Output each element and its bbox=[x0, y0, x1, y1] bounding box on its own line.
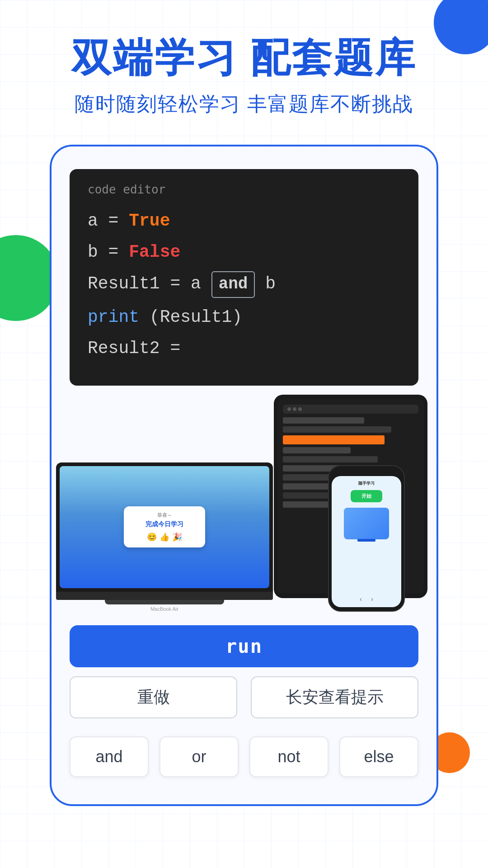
laptop-screen-content: 恭喜～ 完成今日学习 😊 👍 🎉 bbox=[60, 466, 269, 588]
and-badge: and bbox=[211, 271, 255, 297]
chip-else[interactable]: else bbox=[339, 736, 418, 777]
value-true: True bbox=[129, 211, 170, 231]
tablet-top-bar bbox=[283, 405, 418, 414]
code-editor: code editor a = True b = False Result1 =… bbox=[70, 169, 418, 386]
tab-line-4 bbox=[283, 456, 378, 462]
devices-area: 恭喜～ 完成今日学习 😊 👍 🎉 Ma bbox=[70, 395, 418, 612]
emoji-2: 👍 bbox=[160, 532, 169, 542]
laptop-base bbox=[56, 592, 273, 600]
main-card: code editor a = True b = False Result1 =… bbox=[50, 145, 438, 806]
var-b: b = bbox=[88, 242, 129, 262]
value-false: False bbox=[129, 242, 180, 262]
tab-line-1 bbox=[283, 417, 364, 424]
tab-dot-3 bbox=[298, 407, 302, 411]
phone-nav-left: ‹ bbox=[360, 595, 362, 603]
emoji-3: 🎉 bbox=[172, 532, 182, 542]
phone-title-bar: 随手学习 bbox=[358, 481, 375, 486]
phone-mockup: 随手学习 开始 ‹ › bbox=[328, 465, 405, 612]
result1-assign: Result1 = a bbox=[88, 274, 211, 293]
var-a: a = bbox=[88, 211, 129, 231]
code-line-1: a = True bbox=[88, 209, 400, 233]
emoji-1: 😊 bbox=[147, 532, 157, 542]
phone-nav-right: › bbox=[371, 595, 373, 603]
code-line-3: Result1 = a and b bbox=[88, 271, 400, 297]
laptop-success-card: 恭喜～ 完成今日学习 😊 👍 🎉 bbox=[124, 506, 205, 547]
phone-device-illustration bbox=[344, 508, 389, 539]
chip-not[interactable]: not bbox=[249, 736, 328, 777]
chip-or[interactable]: or bbox=[160, 736, 239, 777]
laptop-screen-outer: 恭喜～ 完成今日学习 😊 👍 🎉 bbox=[56, 462, 273, 592]
print-func: print bbox=[88, 307, 139, 327]
tab-dot-1 bbox=[287, 407, 291, 411]
tab-line-2 bbox=[283, 426, 391, 433]
main-title: 双端学习 配套题库 bbox=[27, 36, 461, 80]
print-args: (Result1) bbox=[150, 307, 242, 327]
laptop-stand bbox=[105, 600, 224, 604]
phone-screen: 随手学习 开始 ‹ › bbox=[332, 476, 401, 607]
laptop-emoji-row: 😊 👍 🎉 bbox=[131, 532, 198, 542]
tab-dot-2 bbox=[293, 407, 296, 411]
code-line-2: b = False bbox=[88, 240, 400, 264]
var-b-ref: b bbox=[265, 274, 276, 293]
keyword-chips-row: and or not else bbox=[70, 732, 418, 782]
hint-button[interactable]: 长安查看提示 bbox=[251, 676, 418, 718]
phone-green-button: 开始 bbox=[351, 490, 382, 502]
redo-button[interactable]: 重做 bbox=[70, 676, 237, 718]
phone-nav-bar: ‹ › bbox=[360, 595, 373, 603]
laptop-success-text: 完成今日学习 bbox=[131, 520, 198, 528]
header-section: 双端学习 配套题库 随时随刻轻松学习 丰富题库不断挑战 bbox=[0, 0, 488, 136]
code-editor-title: code editor bbox=[88, 183, 400, 196]
laptop-brand-label: MacBook Air bbox=[56, 606, 273, 612]
sub-title: 随时随刻轻松学习 丰富题库不断挑战 bbox=[27, 91, 461, 118]
run-button[interactable]: run bbox=[70, 625, 418, 667]
chip-and[interactable]: and bbox=[70, 736, 149, 777]
phone-notch bbox=[355, 470, 378, 474]
tab-line-3 bbox=[283, 447, 351, 453]
phone-outer: 随手学习 开始 ‹ › bbox=[328, 465, 405, 612]
code-line-5: Result2 = bbox=[88, 336, 400, 360]
code-line-4: print (Result1) bbox=[88, 305, 400, 329]
laptop-congrats: 恭喜～ bbox=[131, 512, 198, 519]
tab-line-highlight bbox=[283, 435, 385, 444]
laptop-mockup: 恭喜～ 完成今日学习 😊 👍 🎉 Ma bbox=[56, 462, 273, 612]
action-buttons-row: 重做 长安查看提示 bbox=[70, 676, 418, 718]
result2-partial: Result2 = bbox=[88, 339, 180, 358]
laptop-screen-inner: 恭喜～ 完成今日学习 😊 👍 🎉 bbox=[60, 466, 269, 588]
